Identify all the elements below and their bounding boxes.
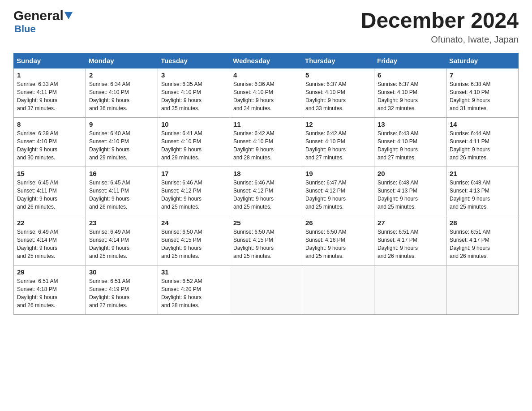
calendar-cell: 4Sunrise: 6:36 AMSunset: 4:10 PMDaylight… [230, 68, 302, 117]
calendar-cell: 3Sunrise: 6:35 AMSunset: 4:10 PMDaylight… [158, 68, 230, 117]
day-number: 9 [89, 120, 154, 128]
calendar-cell [446, 265, 519, 314]
day-info: Sunrise: 6:51 AMSunset: 4:17 PMDaylight:… [450, 228, 515, 260]
calendar-cell: 6Sunrise: 6:37 AMSunset: 4:10 PMDaylight… [374, 68, 446, 117]
day-info: Sunrise: 6:45 AMSunset: 4:11 PMDaylight:… [17, 179, 82, 211]
day-info: Sunrise: 6:50 AMSunset: 4:15 PMDaylight:… [161, 228, 227, 260]
day-info: Sunrise: 6:48 AMSunset: 4:13 PMDaylight:… [450, 179, 515, 211]
column-header-friday: Friday [374, 53, 446, 68]
day-info: Sunrise: 6:52 AMSunset: 4:20 PMDaylight:… [161, 277, 227, 309]
calendar-cell: 22Sunrise: 6:49 AMSunset: 4:14 PMDayligh… [14, 216, 86, 265]
day-info: Sunrise: 6:33 AMSunset: 4:11 PMDaylight:… [17, 80, 82, 112]
day-number: 20 [378, 170, 443, 177]
calendar-week-row: 1Sunrise: 6:33 AMSunset: 4:11 PMDaylight… [14, 68, 519, 117]
day-number: 26 [305, 219, 371, 227]
day-info: Sunrise: 6:46 AMSunset: 4:12 PMDaylight:… [161, 179, 227, 211]
day-info: Sunrise: 6:34 AMSunset: 4:10 PMDaylight:… [89, 80, 154, 112]
calendar-cell: 25Sunrise: 6:50 AMSunset: 4:15 PMDayligh… [230, 216, 302, 265]
day-number: 4 [233, 71, 299, 79]
calendar-cell: 11Sunrise: 6:42 AMSunset: 4:10 PMDayligh… [230, 117, 302, 167]
day-info: Sunrise: 6:42 AMSunset: 4:10 PMDaylight:… [233, 129, 299, 162]
calendar-cell: 17Sunrise: 6:46 AMSunset: 4:12 PMDayligh… [158, 167, 230, 216]
day-number: 10 [161, 120, 227, 128]
day-info: Sunrise: 6:51 AMSunset: 4:19 PMDaylight:… [89, 277, 154, 309]
logo-general-text: General [13, 9, 64, 22]
day-number: 8 [17, 120, 82, 128]
svg-marker-0 [64, 12, 73, 19]
calendar-cell [374, 265, 446, 314]
day-info: Sunrise: 6:42 AMSunset: 4:10 PMDaylight:… [305, 129, 371, 162]
day-number: 22 [17, 219, 82, 227]
calendar-cell: 13Sunrise: 6:43 AMSunset: 4:10 PMDayligh… [374, 117, 446, 167]
day-info: Sunrise: 6:38 AMSunset: 4:10 PMDaylight:… [450, 80, 515, 112]
day-number: 16 [89, 170, 154, 177]
day-number: 1 [17, 71, 82, 79]
day-info: Sunrise: 6:44 AMSunset: 4:11 PMDaylight:… [450, 129, 515, 162]
column-header-saturday: Saturday [446, 53, 519, 68]
day-info: Sunrise: 6:46 AMSunset: 4:12 PMDaylight:… [233, 179, 299, 211]
day-info: Sunrise: 6:45 AMSunset: 4:11 PMDaylight:… [89, 179, 154, 211]
day-number: 13 [378, 120, 443, 128]
calendar-cell: 9Sunrise: 6:40 AMSunset: 4:10 PMDaylight… [86, 117, 158, 167]
day-number: 30 [89, 268, 154, 276]
day-number: 25 [233, 219, 299, 227]
day-number: 24 [161, 219, 227, 227]
column-header-monday: Monday [86, 53, 158, 68]
calendar-cell: 8Sunrise: 6:39 AMSunset: 4:10 PMDaylight… [14, 117, 86, 167]
calendar-cell: 28Sunrise: 6:51 AMSunset: 4:17 PMDayligh… [446, 216, 519, 265]
day-number: 5 [305, 71, 371, 79]
calendar-cell: 2Sunrise: 6:34 AMSunset: 4:10 PMDaylight… [86, 68, 158, 117]
calendar-cell: 19Sunrise: 6:47 AMSunset: 4:12 PMDayligh… [302, 167, 374, 216]
calendar-cell [230, 265, 302, 314]
calendar-week-row: 22Sunrise: 6:49 AMSunset: 4:14 PMDayligh… [14, 216, 519, 265]
calendar-cell: 7Sunrise: 6:38 AMSunset: 4:10 PMDaylight… [446, 68, 519, 117]
day-info: Sunrise: 6:41 AMSunset: 4:10 PMDaylight:… [161, 129, 227, 162]
day-number: 29 [17, 268, 82, 276]
day-number: 14 [450, 120, 515, 128]
calendar-cell: 24Sunrise: 6:50 AMSunset: 4:15 PMDayligh… [158, 216, 230, 265]
page-header: General Blue December 2024 Ofunato, Iwat… [13, 9, 519, 45]
column-header-tuesday: Tuesday [158, 53, 230, 68]
column-header-wednesday: Wednesday [230, 53, 302, 68]
day-info: Sunrise: 6:36 AMSunset: 4:10 PMDaylight:… [233, 80, 299, 112]
day-number: 3 [161, 71, 227, 79]
calendar-header-row: SundayMondayTuesdayWednesdayThursdayFrid… [14, 53, 519, 68]
day-number: 18 [233, 170, 299, 177]
day-info: Sunrise: 6:51 AMSunset: 4:17 PMDaylight:… [378, 228, 443, 260]
day-number: 2 [89, 71, 154, 79]
calendar-cell: 29Sunrise: 6:51 AMSunset: 4:18 PMDayligh… [14, 265, 86, 314]
day-number: 17 [161, 170, 227, 177]
column-header-sunday: Sunday [14, 53, 86, 68]
calendar-cell: 26Sunrise: 6:50 AMSunset: 4:16 PMDayligh… [302, 216, 374, 265]
calendar-cell: 5Sunrise: 6:37 AMSunset: 4:10 PMDaylight… [302, 68, 374, 117]
calendar-cell: 30Sunrise: 6:51 AMSunset: 4:19 PMDayligh… [86, 265, 158, 314]
day-number: 28 [450, 219, 515, 227]
calendar-cell [302, 265, 374, 314]
column-header-thursday: Thursday [302, 53, 374, 68]
day-info: Sunrise: 6:50 AMSunset: 4:15 PMDaylight:… [233, 228, 299, 260]
calendar-week-row: 29Sunrise: 6:51 AMSunset: 4:18 PMDayligh… [14, 265, 519, 314]
calendar-cell: 14Sunrise: 6:44 AMSunset: 4:11 PMDayligh… [446, 117, 519, 167]
calendar-week-row: 15Sunrise: 6:45 AMSunset: 4:11 PMDayligh… [14, 167, 519, 216]
calendar-cell: 15Sunrise: 6:45 AMSunset: 4:11 PMDayligh… [14, 167, 86, 216]
day-number: 19 [305, 170, 371, 177]
calendar-cell: 21Sunrise: 6:48 AMSunset: 4:13 PMDayligh… [446, 167, 519, 216]
calendar-cell: 16Sunrise: 6:45 AMSunset: 4:11 PMDayligh… [86, 167, 158, 216]
logo-area: General Blue [13, 9, 73, 35]
calendar-cell: 27Sunrise: 6:51 AMSunset: 4:17 PMDayligh… [374, 216, 446, 265]
month-title: December 2024 [361, 9, 519, 33]
calendar-cell: 1Sunrise: 6:33 AMSunset: 4:11 PMDaylight… [14, 68, 86, 117]
calendar-cell: 31Sunrise: 6:52 AMSunset: 4:20 PMDayligh… [158, 265, 230, 314]
day-info: Sunrise: 6:51 AMSunset: 4:18 PMDaylight:… [17, 277, 82, 309]
calendar-cell: 18Sunrise: 6:46 AMSunset: 4:12 PMDayligh… [230, 167, 302, 216]
day-info: Sunrise: 6:50 AMSunset: 4:16 PMDaylight:… [305, 228, 371, 260]
day-info: Sunrise: 6:49 AMSunset: 4:14 PMDaylight:… [89, 228, 154, 260]
logo-blue-text: Blue [14, 23, 36, 35]
day-number: 31 [161, 268, 227, 276]
title-area: December 2024 Ofunato, Iwate, Japan [361, 9, 519, 45]
day-info: Sunrise: 6:40 AMSunset: 4:10 PMDaylight:… [89, 129, 154, 162]
day-info: Sunrise: 6:39 AMSunset: 4:10 PMDaylight:… [17, 129, 82, 162]
day-number: 6 [378, 71, 443, 79]
calendar-table: SundayMondayTuesdayWednesdayThursdayFrid… [13, 53, 519, 315]
day-number: 12 [305, 120, 371, 128]
